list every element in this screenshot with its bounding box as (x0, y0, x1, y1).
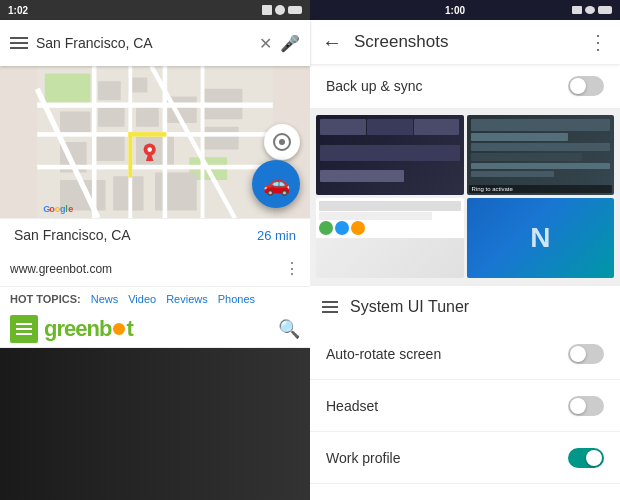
thumb-tile (320, 170, 404, 182)
thumb-circle (335, 221, 349, 235)
location-name: San Francisco, CA (14, 227, 131, 243)
screenshot-thumb-4[interactable]: N (467, 198, 615, 278)
locate-icon (273, 133, 291, 151)
thumb-row (319, 212, 432, 220)
hot-link-video[interactable]: Video (128, 293, 156, 305)
setting-label-auto-rotate: Auto-rotate screen (326, 346, 568, 362)
svg-point-36 (147, 147, 152, 152)
mic-icon[interactable]: 🎤 (280, 34, 300, 53)
search-bar: ✕ 🎤 (0, 20, 310, 66)
hot-topics-bar: HOT TOPICS: News Video Reviews Phones (0, 287, 310, 311)
svg-rect-23 (201, 66, 205, 218)
auto-rotate-toggle[interactable] (568, 344, 604, 364)
svg-rect-13 (204, 127, 238, 150)
setting-label-headset: Headset (326, 398, 568, 414)
work-profile-toggle[interactable] (568, 448, 604, 468)
thumb-label-2: Ring to activate (469, 185, 613, 193)
left-status-icons (262, 5, 302, 15)
browser-search-icon[interactable]: 🔍 (278, 318, 300, 340)
hamburger-icon[interactable] (10, 37, 28, 49)
svg-text:e: e (68, 204, 73, 214)
thumb-tile (320, 119, 366, 135)
svg-text:l: l (65, 204, 68, 214)
svg-rect-3 (98, 81, 121, 100)
setting-auto-rotate: Auto-rotate screen (310, 328, 620, 380)
thumb-content-1 (316, 115, 464, 195)
auto-rotate-thumb (570, 346, 586, 362)
greenbot-dot (112, 318, 126, 340)
screenshots-title: Screenshots (354, 32, 576, 52)
hot-topics-label: HOT TOPICS: (10, 293, 81, 305)
right-signal-icon (572, 6, 582, 14)
screenshot-thumb-2[interactable]: Ring to activate (467, 115, 615, 195)
tuner-menu-icon[interactable] (322, 301, 338, 313)
thumb-tile (320, 145, 460, 161)
navigate-fab[interactable]: 🚗 (252, 160, 300, 208)
svg-rect-1 (45, 74, 91, 104)
map-canvas: G o o g l e 🚗 (0, 66, 310, 218)
setting-label-work-profile: Work profile (326, 450, 568, 466)
svg-point-37 (113, 323, 125, 335)
svg-rect-27 (128, 132, 166, 137)
tuner-header: System UI Tuner (310, 284, 620, 328)
android-n-logo: N (530, 222, 550, 254)
backup-section: Back up & sync (310, 64, 620, 109)
work-profile-thumb (586, 450, 602, 466)
headset-thumb (570, 398, 586, 414)
thumb-row (471, 153, 583, 161)
thumb-row (471, 163, 611, 169)
battery-icon (288, 6, 302, 14)
url-menu-icon[interactable]: ⋮ (284, 259, 300, 278)
wifi-icon (275, 5, 285, 15)
thumb-circles (319, 221, 461, 235)
thumb-row (471, 171, 555, 177)
right-status-time: 1:00 (445, 5, 465, 16)
thumb-row (471, 119, 611, 131)
headset-toggle[interactable] (568, 396, 604, 416)
greenbot-menu-icon[interactable] (10, 315, 38, 343)
hot-link-reviews[interactable]: Reviews (166, 293, 208, 305)
location-label-bar: San Francisco, CA 26 min (0, 218, 310, 251)
greenbot-logo: green b t (44, 316, 134, 342)
setting-work-profile: Work profile (310, 432, 620, 484)
right-status-icons (572, 6, 612, 14)
screenshots-grid: Ring to activate N (310, 109, 620, 284)
locate-button[interactable] (264, 124, 300, 160)
back-button[interactable]: ← (322, 31, 342, 54)
hot-link-phones[interactable]: Phones (218, 293, 255, 305)
screenshots-more-icon[interactable]: ⋮ (588, 30, 608, 54)
svg-rect-6 (98, 108, 125, 127)
thumb-circle (319, 221, 333, 235)
left-panel: 1:02 ✕ 🎤 (0, 0, 310, 500)
greenbot-image-area (0, 348, 310, 500)
map-area: G o o g l e 🚗 (0, 66, 310, 218)
greenbot-logo-text: green (44, 316, 99, 342)
thumb-tile (367, 119, 413, 135)
screenshot-thumb-3[interactable] (316, 198, 464, 278)
greenbot-bar: green b t 🔍 (0, 311, 310, 348)
svg-rect-5 (60, 112, 90, 135)
backup-label: Back up & sync (326, 78, 423, 94)
thumb-circle (351, 221, 365, 235)
svg-rect-16 (155, 172, 197, 210)
svg-rect-17 (37, 102, 273, 107)
right-status-bar: 1:00 (310, 0, 620, 20)
url-text[interactable]: www.greenbot.com (10, 262, 278, 276)
backup-toggle-thumb (570, 78, 586, 94)
backup-toggle[interactable] (568, 76, 604, 96)
thumb-row (319, 201, 461, 211)
hot-link-news[interactable]: News (91, 293, 119, 305)
screenshot-thumb-1[interactable] (316, 115, 464, 195)
search-input[interactable] (36, 35, 251, 51)
thumb-tile (414, 119, 460, 135)
svg-rect-15 (113, 176, 143, 210)
thumb-content-2 (467, 115, 615, 181)
thumb-row (471, 133, 569, 141)
thumb-content-4: N (467, 198, 615, 278)
clear-icon[interactable]: ✕ (259, 34, 272, 53)
right-panel: 1:00 ← Screenshots ⋮ Back up & sync (310, 0, 620, 500)
car-icon: 🚗 (263, 171, 290, 197)
svg-rect-26 (128, 132, 132, 178)
setting-cast: Cast (310, 484, 620, 500)
setting-headset: Headset (310, 380, 620, 432)
